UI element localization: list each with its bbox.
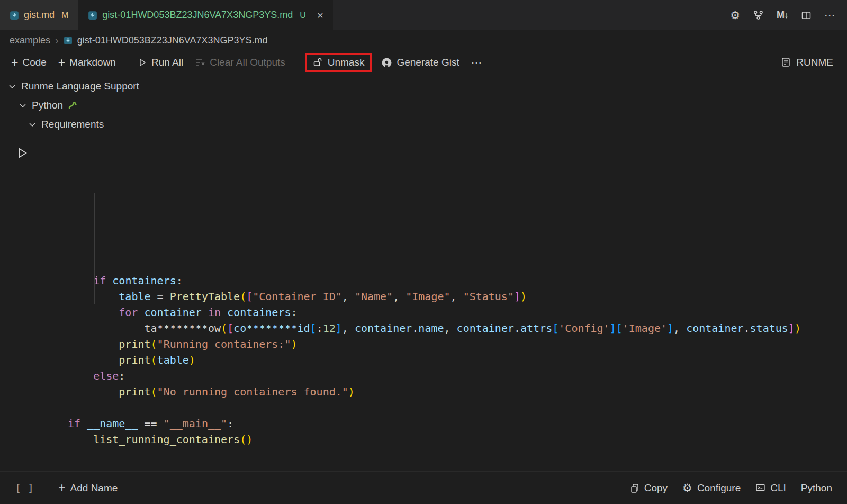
breadcrumb: examples › gist-01HWD053BZ23JN6VA7X3NGP3… (0, 30, 847, 50)
runme-file-icon (88, 11, 97, 20)
toolbar-more-button[interactable]: ⋯ (465, 57, 488, 68)
indent-guide (94, 193, 95, 304)
kernel-language-selector[interactable]: Python (801, 482, 832, 494)
add-markdown-label: Markdown (69, 57, 116, 68)
indent-guide (69, 177, 69, 304)
plus-icon: + (58, 482, 65, 494)
section-python[interactable]: Python (0, 96, 847, 115)
section-requirements[interactable]: Requirements (0, 115, 847, 134)
code-line: else: (68, 368, 847, 384)
chevron-right-icon: › (55, 34, 59, 47)
tab-label: gist-01HWD053BZ23JN6VA7X3NGP3YS.md (102, 10, 293, 21)
run-all-button[interactable]: Run All (132, 57, 189, 68)
add-markdown-cell-button[interactable]: + Markdown (52, 57, 122, 69)
type-hierarchy-icon[interactable] (753, 10, 764, 21)
breadcrumb-file[interactable]: gist-01HWD053BZ23JN6VA7X3NGP3YS.md (77, 35, 268, 46)
more-actions-icon[interactable]: ⋯ (824, 10, 835, 21)
code-editor-area[interactable]: if containers: table = PrettyTable(["Con… (68, 137, 847, 504)
github-icon (381, 57, 392, 68)
gear-icon: ⚙ (682, 482, 692, 493)
cli-label: CLI (770, 482, 786, 494)
generate-gist-label: Generate Gist (397, 57, 459, 68)
run-all-icon (138, 58, 147, 67)
indent-guide (120, 225, 120, 241)
code-line: if __name__ == "__main__": (68, 416, 847, 431)
unlock-icon (312, 57, 323, 68)
copy-label: Copy (644, 482, 668, 494)
tab-untracked-badge: U (300, 11, 306, 20)
outline-sections: Runme Language Support Python Requiremen… (0, 75, 847, 137)
configure-button[interactable]: ⚙ Configure (682, 482, 741, 494)
toolbar-divider (296, 56, 296, 69)
markdown-preview-icon[interactable]: M↓ (777, 10, 788, 21)
code-line: print(table) (68, 352, 847, 368)
runme-brand-button[interactable]: RUNME (781, 57, 842, 68)
unmask-highlight-annotation: Unmask (305, 53, 372, 72)
code-line: for container in containers: (68, 304, 847, 320)
section-label: Python (32, 100, 63, 111)
runme-file-icon (64, 36, 73, 45)
code-editor[interactable]: if containers: table = PrettyTable(["Con… (68, 273, 847, 447)
clear-all-outputs-button[interactable]: Clear All Outputs (189, 57, 291, 68)
run-cell-button[interactable] (16, 147, 29, 159)
gear-icon[interactable]: ⚙ (730, 10, 740, 21)
close-icon[interactable]: × (317, 10, 323, 21)
code-line: ta********ow([co********id[:12], contain… (68, 320, 847, 336)
clear-all-icon (195, 57, 205, 68)
notebook-cell: if containers: table = PrettyTable(["Con… (0, 137, 847, 476)
code-line: list_running_containers() (68, 431, 847, 447)
cell-status-bar: [ ] + Add Name Copy ⚙ Configure CLI Pyth… (0, 471, 847, 504)
section-label: Requirements (41, 119, 104, 130)
cell-brackets-icon[interactable]: [ ] (15, 482, 34, 494)
tab-modified-badge: M (61, 11, 68, 20)
unmask-button[interactable]: Unmask (328, 57, 365, 68)
toolbar-divider (127, 56, 127, 69)
configure-label: Configure (697, 482, 741, 494)
clear-all-label: Clear All Outputs (210, 57, 285, 68)
split-editor-icon[interactable] (801, 10, 812, 21)
indent-guide (69, 336, 69, 352)
plus-icon: + (11, 57, 18, 69)
add-code-cell-button[interactable]: + Code (5, 57, 52, 69)
tab-gist-file[interactable]: gist-01HWD053BZ23JN6VA7X3NGP3YS.md U × (78, 0, 333, 30)
code-line: if containers: (68, 273, 847, 289)
code-line: print("No running containers found.") (68, 384, 847, 400)
code-line: print("Running containers:") (68, 336, 847, 352)
add-code-label: Code (22, 57, 46, 68)
kernel-language-label: Python (801, 482, 832, 494)
tab-gist-md[interactable]: gist.md M (0, 0, 78, 30)
chevron-down-icon (7, 82, 17, 91)
more-icon: ⋯ (471, 57, 482, 68)
plus-icon: + (58, 57, 65, 69)
run-all-label: Run All (151, 57, 183, 68)
runme-logo-icon (781, 57, 791, 68)
chevron-down-icon (18, 101, 28, 110)
copy-icon (630, 483, 639, 493)
terminal-icon (755, 483, 765, 493)
chevron-down-icon (28, 120, 37, 129)
tab-bar: gist.md M gist-01HWD053BZ23JN6VA7X3NGP3Y… (0, 0, 847, 30)
cli-button[interactable]: CLI (755, 482, 786, 494)
editor-actions: ⚙ M↓ ⋯ (718, 0, 847, 30)
add-name-label: Add Name (70, 482, 118, 494)
section-label: Runme Language Support (21, 80, 139, 92)
code-line: table = PrettyTable(["Container ID", "Na… (68, 289, 847, 304)
add-name-button[interactable]: + Add Name (58, 482, 118, 494)
copy-button[interactable]: Copy (630, 482, 668, 494)
breadcrumb-folder[interactable]: examples (10, 35, 50, 46)
runme-label: RUNME (796, 57, 833, 68)
section-runme-language-support[interactable]: Runme Language Support (0, 77, 847, 96)
code-line (68, 400, 847, 416)
generate-gist-button[interactable]: Generate Gist (375, 57, 465, 68)
runme-file-icon (10, 11, 19, 20)
snake-emoji-icon (67, 100, 78, 111)
tab-label: gist.md (24, 10, 55, 21)
notebook-toolbar: + Code + Markdown Run All Clear All Outp… (0, 50, 847, 75)
